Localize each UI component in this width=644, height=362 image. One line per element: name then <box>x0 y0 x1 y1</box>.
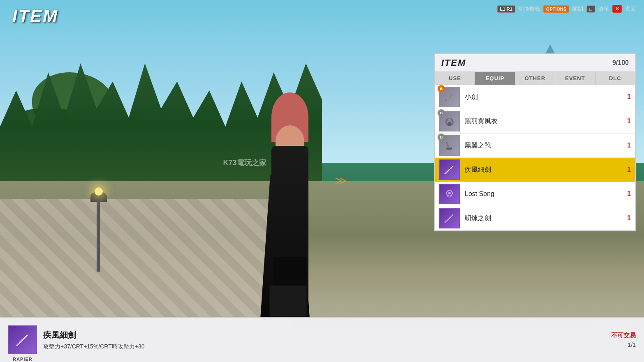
item-row[interactable]: B 小劍 1 <box>435 85 635 109</box>
tab-other[interactable]: OTHER <box>515 72 555 85</box>
svg-point-13 <box>448 192 451 194</box>
return-label: 返回 <box>625 5 636 13</box>
item-row[interactable]: 疾風細劍 1 <box>435 158 635 182</box>
detail-icon-wrap: RAPIER <box>8 325 37 354</box>
detail-right: 不可交易 1/1 <box>611 332 636 348</box>
item-list: B 小劍 1 B <box>435 85 635 231</box>
clear-label: 清單 <box>598 5 609 13</box>
tab-event[interactable]: EVENT <box>555 72 595 85</box>
detail-stats: 攻擊力+37/CRT+15%/CRT時攻擊力+30 <box>43 343 611 350</box>
item-badge: B <box>438 109 445 117</box>
item-row[interactable]: B 黑羽翼風衣 1 <box>435 109 635 134</box>
item-quantity: 1 <box>627 93 631 101</box>
clear-button[interactable]: □ <box>586 5 595 13</box>
close-label: 閣閉 <box>572 5 583 13</box>
arrow-indicator: ≫ <box>335 174 347 187</box>
item-row[interactable]: 靭煉之劍 1 <box>435 206 635 231</box>
tab-use[interactable]: USE <box>435 72 475 85</box>
item-icon-wrap: B <box>439 135 460 156</box>
item-icon-wrap: B <box>439 87 460 107</box>
character <box>245 121 335 318</box>
l1r1-button[interactable]: L1 R1 <box>497 5 515 13</box>
item-name: 靭煉之劍 <box>465 214 623 223</box>
k73-watermark: K73電玩之家 <box>223 158 266 168</box>
item-badge: B <box>438 134 445 141</box>
lamp-light <box>95 187 103 196</box>
svg-rect-5 <box>448 122 451 126</box>
item-quantity: 1 <box>627 118 631 125</box>
detail-type-label: RAPIER <box>8 357 37 362</box>
switch-tab-label: 切換標籤 <box>519 5 540 13</box>
item-icon-wrap: B <box>439 111 460 131</box>
item-quantity: 1 <box>627 214 631 222</box>
svg-line-15 <box>447 217 451 220</box>
item-icon <box>439 184 460 204</box>
detail-trade-status: 不可交易 <box>611 332 636 339</box>
panel-title: ITEM <box>441 58 466 68</box>
item-row[interactable]: B 黑翼之靴 1 <box>435 134 635 158</box>
item-quantity: 1 <box>627 142 631 149</box>
svg-rect-6 <box>446 148 452 150</box>
svg-line-8 <box>445 166 453 174</box>
item-icon-wrap <box>439 184 460 204</box>
item-name: Lost Song <box>465 190 623 198</box>
item-icon <box>439 159 460 180</box>
detail-name: 疾風細劍 <box>43 330 611 341</box>
item-row[interactable]: Lost Song 1 <box>435 182 635 206</box>
item-quantity: 1 <box>627 166 631 173</box>
cancel-button[interactable]: ✕ <box>612 5 622 13</box>
item-name: 疾風細劍 <box>465 166 623 174</box>
lamp-post <box>97 198 100 272</box>
item-name: 黑羽翼風衣 <box>465 117 623 126</box>
char-boots <box>270 286 307 318</box>
detail-count: 1/1 <box>611 341 636 348</box>
top-hud: L1 R1 切換標籤 OPTIONS 閣閉 □ 清單 ✕ 返回 <box>497 5 636 13</box>
page-title: ITEM <box>12 6 58 26</box>
panel-count: 9/100 <box>612 59 629 67</box>
options-button[interactable]: OPTIONS <box>543 5 570 13</box>
k73-logo-text: K73電玩之家 <box>223 158 266 168</box>
detail-icon <box>8 325 37 354</box>
tab-dlc[interactable]: DLC <box>595 72 635 85</box>
detail-panel: RAPIER 疾風細劍 攻擊力+37/CRT+15%/CRT時攻擊力+30 不可… <box>0 317 644 362</box>
item-icon-wrap <box>439 208 460 228</box>
item-name: 黑翼之靴 <box>465 141 623 150</box>
detail-info: 疾風細劍 攻擊力+37/CRT+15%/CRT時攻擊力+30 <box>43 330 611 350</box>
item-badge: B <box>438 85 445 92</box>
tabs-row: USE EQUIP OTHER EVENT DLC <box>435 72 635 85</box>
item-name: 小劍 <box>465 93 623 101</box>
tab-equip[interactable]: EQUIP <box>475 72 515 85</box>
item-icon-wrap <box>439 159 460 180</box>
item-panel: ITEM 9/100 USE EQUIP OTHER EVENT DLC B 小… <box>434 53 636 231</box>
panel-header: ITEM 9/100 <box>435 54 635 72</box>
item-icon <box>439 208 460 228</box>
item-quantity: 1 <box>627 190 631 198</box>
